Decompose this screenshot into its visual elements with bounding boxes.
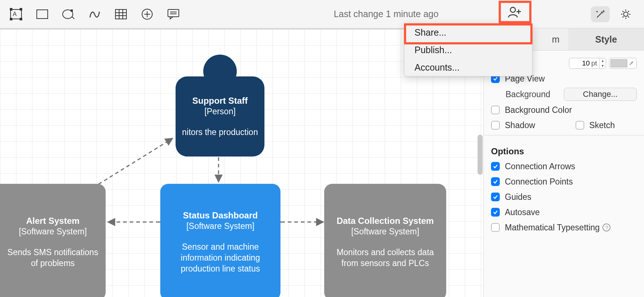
label-sketch: Sketch bbox=[589, 120, 615, 130]
ellipse-icon[interactable] bbox=[60, 6, 76, 22]
label-conn-arrows: Connection Arrows bbox=[505, 162, 575, 171]
node-title: Data Collection System bbox=[337, 215, 434, 226]
label-background: Background bbox=[491, 90, 564, 99]
toolbar: A Last change 1 minute ago bbox=[0, 0, 644, 28]
plus-circle-icon[interactable] bbox=[139, 6, 155, 22]
svg-point-12 bbox=[624, 12, 628, 16]
magic-wand-button[interactable] bbox=[591, 6, 610, 22]
label-shadow: Shadow bbox=[505, 120, 535, 130]
tab-style[interactable]: Style bbox=[568, 28, 644, 50]
checkbox-conn-points[interactable] bbox=[491, 177, 500, 186]
node-status-dashboard[interactable]: Status Dashboard [Software System] Senso… bbox=[160, 184, 280, 297]
node-title: Alert System bbox=[26, 215, 80, 226]
menu-item-publish[interactable]: Publish... bbox=[404, 41, 532, 59]
grid-size-unit: pt bbox=[591, 59, 599, 67]
add-collaborator-button[interactable] bbox=[499, 1, 531, 23]
checkbox-autosave[interactable] bbox=[491, 208, 500, 217]
node-title: Status Dashboard bbox=[183, 210, 258, 221]
node-subtitle: [Person] bbox=[204, 106, 236, 116]
change-background-button[interactable]: Change... bbox=[564, 88, 637, 101]
label-bgcolor: Background Color bbox=[505, 105, 572, 115]
svg-rect-2 bbox=[10, 8, 12, 10]
toolbar-left-group: A bbox=[0, 6, 181, 22]
grid-size-stepper[interactable]: ▲▼ bbox=[599, 58, 606, 68]
options-section: Options Connection Arrows Connection Poi… bbox=[484, 135, 644, 237]
checkbox-guides[interactable] bbox=[491, 193, 500, 201]
grid-size-input[interactable]: pt ▲▼ bbox=[569, 58, 606, 69]
label-conn-points: Connection Points bbox=[505, 177, 573, 187]
svg-rect-4 bbox=[10, 18, 12, 20]
checkbox-sketch[interactable] bbox=[576, 121, 584, 130]
node-support-staff[interactable]: Support Staff [Person] nitors the produc… bbox=[176, 76, 264, 157]
checkbox-mathtype[interactable] bbox=[491, 223, 500, 232]
toolbar-right-group bbox=[591, 6, 644, 22]
canvas-scrollbar-thumb[interactable] bbox=[478, 135, 483, 175]
menu-item-accounts[interactable]: Accounts... bbox=[404, 59, 532, 76]
node-subtitle: [Software System] bbox=[186, 221, 255, 231]
rectangle-icon[interactable] bbox=[34, 6, 50, 22]
comment-icon[interactable] bbox=[165, 6, 181, 22]
options-title: Options bbox=[491, 140, 637, 159]
node-data-collection[interactable]: Data Collection System [Software System]… bbox=[324, 184, 446, 297]
freehand-icon[interactable] bbox=[87, 6, 103, 22]
svg-text:A: A bbox=[13, 11, 17, 17]
label-guides: Guides bbox=[505, 192, 531, 202]
node-desc: Sensor and machine information indicatin… bbox=[166, 241, 275, 274]
node-desc: Monitors and collects data from sensors … bbox=[330, 247, 440, 269]
svg-rect-9 bbox=[115, 9, 126, 19]
checkbox-bgcolor[interactable] bbox=[491, 106, 500, 114]
node-alert-system[interactable]: Alert System [Software System] Sends SMS… bbox=[0, 184, 106, 297]
node-subtitle: [Software System] bbox=[19, 226, 87, 237]
label-mathtype: Mathematical Typesetting bbox=[505, 223, 600, 233]
svg-rect-5 bbox=[20, 18, 22, 20]
svg-rect-6 bbox=[37, 10, 48, 19]
node-subtitle: [Software System] bbox=[351, 226, 419, 237]
eyedropper-icon[interactable] bbox=[627, 61, 635, 66]
svg-point-13 bbox=[510, 7, 515, 12]
node-desc: Sends SMS notifications of problems bbox=[6, 247, 100, 269]
label-autosave: Autosave bbox=[505, 207, 540, 217]
text-frame-icon[interactable]: A bbox=[8, 6, 24, 22]
svg-rect-11 bbox=[168, 9, 179, 17]
table-icon[interactable] bbox=[113, 6, 129, 22]
svg-rect-3 bbox=[20, 8, 22, 10]
help-icon[interactable]: ? bbox=[602, 223, 610, 231]
svg-rect-8 bbox=[71, 9, 73, 12]
node-title: Support Staff bbox=[192, 95, 248, 106]
checkbox-shadow[interactable] bbox=[491, 121, 500, 130]
node-desc: nitors the production bbox=[182, 127, 258, 138]
grid-color-swatch[interactable] bbox=[609, 58, 637, 69]
share-dropdown: Share... Publish... Accounts... bbox=[404, 23, 533, 76]
menu-item-share[interactable]: Share... bbox=[404, 24, 532, 41]
grid-size-value[interactable] bbox=[569, 59, 591, 68]
checkbox-conn-arrows[interactable] bbox=[491, 162, 500, 171]
brightness-button[interactable] bbox=[616, 6, 635, 22]
